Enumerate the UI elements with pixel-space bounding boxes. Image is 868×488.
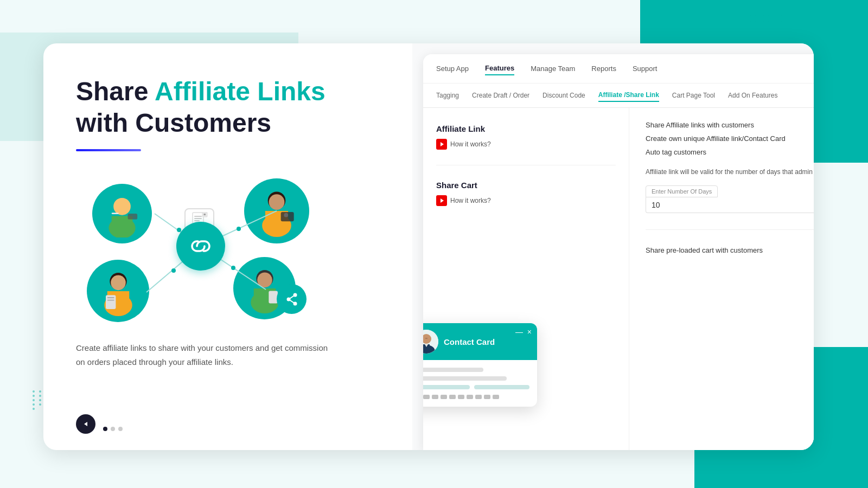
contact-card-popup: Contact Card — × (423, 323, 537, 407)
card-dot-4 (441, 395, 447, 399)
card-half-2 (474, 385, 529, 389)
svg-rect-35 (194, 220, 200, 221)
app-window: Setup App Features Manage Team Reports S… (423, 54, 814, 450)
share-cart-how-it-works-button[interactable]: How it works? (436, 195, 491, 206)
headline-accent: Affiliate Links (155, 77, 326, 106)
nav-item-features[interactable]: Features (485, 62, 514, 75)
days-input-value[interactable]: 10 (646, 197, 814, 213)
left-section: Share Affiliate Links with Customers (43, 43, 412, 450)
card-dot-2 (423, 395, 430, 399)
share-cart-feature: Share pre-loaded cart with customers (646, 246, 814, 254)
share-icon (277, 284, 307, 314)
feature-2-text: Create own unique Affiliate link/Contact… (646, 134, 786, 143)
svg-line-41 (289, 295, 295, 299)
feature-1: Share Affiliate links with customers (646, 121, 814, 129)
affiliate-how-it-works-button[interactable]: How it works? (436, 139, 491, 150)
arrow-left-icon (82, 421, 89, 427)
affiliate-link-section: Affiliate Link How it works? (436, 124, 616, 150)
share-cart-feature-text: Share pre-loaded cart with customers (646, 246, 763, 254)
nav-item-reports[interactable]: Reports (591, 62, 616, 75)
content-right-column: Share Affiliate links with customers Cre… (629, 108, 814, 450)
contact-card-header: Contact Card — × (423, 323, 537, 360)
card-dot-9 (484, 395, 490, 399)
svg-point-6 (171, 268, 176, 273)
headline: Share Affiliate Links with Customers (76, 76, 385, 138)
nav-sub-discount[interactable]: Discount Code (542, 89, 585, 101)
card-dot-6 (458, 395, 464, 399)
nav-sub-addon[interactable]: Add On Features (728, 89, 777, 101)
headline-prefix: Share (76, 77, 155, 106)
card-dot-3 (432, 395, 438, 399)
nav-item-manage-team[interactable]: Manage Team (531, 62, 575, 75)
center-link-icon (176, 222, 225, 271)
card-line-row (423, 385, 529, 389)
affiliate-section-title: Affiliate Link (436, 124, 616, 133)
play-icon-2 (436, 195, 447, 206)
right-section: Setup App Features Manage Team Reports S… (412, 43, 814, 450)
indicator-1 (103, 427, 107, 431)
main-card: Share Affiliate Links with Customers (43, 43, 814, 450)
validity-text: Affiliate link will be valid for the num… (646, 167, 814, 177)
days-input-group: Enter Number Of Days 10 (646, 185, 814, 213)
card-dot-8 (475, 395, 482, 399)
svg-marker-43 (84, 422, 87, 426)
nav-arrow-button[interactable] (76, 414, 95, 434)
share-cart-how-it-works-label: How it works? (450, 197, 491, 204)
days-input-label: Enter Number Of Days (646, 185, 718, 197)
contact-card-close[interactable]: × (527, 328, 532, 336)
contact-card-minimize[interactable]: — (515, 328, 523, 336)
svg-rect-33 (194, 216, 202, 217)
nav-top-bar: Setup App Features Manage Team Reports S… (423, 54, 814, 84)
svg-rect-34 (194, 218, 202, 219)
svg-rect-48 (425, 338, 427, 339)
nav-sub-tagging[interactable]: Tagging (436, 89, 459, 101)
feature-3-text: Auto tag customers (646, 148, 706, 156)
share-cart-title: Share Cart (436, 181, 616, 190)
headline-underline (76, 149, 141, 151)
svg-point-7 (231, 266, 235, 270)
page-indicators (103, 427, 123, 431)
svg-line-42 (289, 299, 295, 304)
card-dot-10 (493, 395, 499, 399)
nav-sub-cart[interactable]: Cart Page Tool (672, 89, 715, 101)
chain-link-svg (187, 233, 214, 260)
contact-card-title: Contact Card (444, 337, 495, 346)
share-svg (284, 292, 299, 307)
svg-point-5 (237, 227, 241, 231)
feature-1-text: Share Affiliate links with customers (646, 121, 754, 129)
nav-item-support[interactable]: Support (633, 62, 658, 75)
card-half-1 (423, 385, 470, 389)
contact-card-body (423, 360, 537, 407)
nav-item-setup[interactable]: Setup App (436, 62, 469, 75)
card-dot-5 (449, 395, 456, 399)
nav-sub-create-draft[interactable]: Create Draft / Order (472, 89, 529, 101)
svg-text:≡: ≡ (203, 213, 205, 216)
headline-line2: with Customers (76, 108, 271, 137)
nav-sub-affiliate[interactable]: Affiliate /Share Link (598, 89, 659, 102)
card-dot-7 (467, 395, 473, 399)
avatar-svg (423, 330, 438, 354)
indicator-3 (118, 427, 123, 431)
feature-2: Create own unique Affiliate link/Contact… (646, 134, 814, 143)
affiliate-how-it-works-label: How it works? (450, 140, 491, 148)
card-line-2 (423, 376, 507, 381)
card-dots-row (423, 395, 529, 399)
feature-3: Auto tag customers (646, 148, 814, 156)
dot-grid-top-right (749, 11, 792, 43)
nav-sub-bar: Tagging Create Draft / Order Discount Co… (423, 84, 814, 107)
description: Create affiliate links to share with you… (76, 341, 336, 369)
app-navigation: Setup App Features Manage Team Reports S… (423, 54, 814, 108)
section-divider (436, 165, 616, 165)
card-line-1 (423, 368, 483, 372)
illustration: ≡ (76, 173, 358, 325)
contact-card-avatar (423, 330, 438, 354)
affiliate-features-list: Share Affiliate links with customers Cre… (646, 121, 814, 156)
play-icon (436, 139, 447, 150)
share-cart-section: Share Cart How it works? (436, 181, 616, 206)
content-divider (646, 229, 814, 230)
indicator-2 (111, 427, 115, 431)
